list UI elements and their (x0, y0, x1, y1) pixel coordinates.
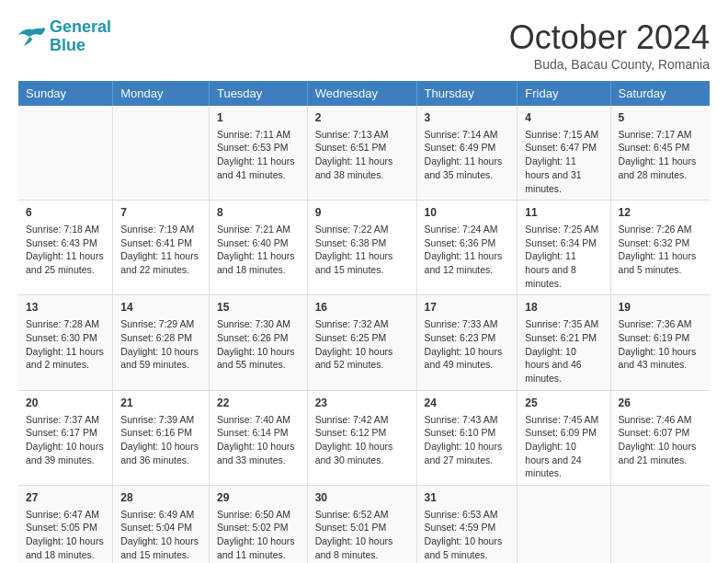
calendar-cell: 6Sunrise: 7:18 AMSunset: 6:43 PMDaylight… (18, 201, 113, 295)
day-number: 4 (525, 110, 602, 126)
calendar-cell: 10Sunrise: 7:24 AMSunset: 6:36 PMDayligh… (416, 201, 518, 295)
day-info: Sunrise: 7:33 AMSunset: 6:23 PMDaylight:… (425, 317, 510, 372)
calendar-cell: 23Sunrise: 7:42 AMSunset: 6:12 PMDayligh… (307, 390, 416, 485)
calendar-week-1: 1Sunrise: 7:11 AMSunset: 6:53 PMDaylight… (18, 106, 710, 201)
header-monday: Monday (113, 81, 210, 106)
calendar-cell: 21Sunrise: 7:39 AMSunset: 6:16 PMDayligh… (113, 390, 210, 485)
calendar-cell: 9Sunrise: 7:22 AMSunset: 6:38 PMDaylight… (307, 201, 416, 295)
day-number: 30 (315, 490, 409, 506)
day-info: Sunrise: 7:11 AMSunset: 6:53 PMDaylight:… (217, 128, 300, 182)
day-info: Sunrise: 6:49 AMSunset: 5:04 PMDaylight:… (120, 508, 201, 562)
day-number: 18 (525, 300, 602, 316)
day-info: Sunrise: 7:46 AMSunset: 6:07 PMDaylight:… (619, 413, 702, 467)
day-info: Sunrise: 7:32 AMSunset: 6:25 PMDaylight:… (315, 317, 409, 372)
day-number: 19 (619, 300, 702, 316)
calendar-cell: 27Sunrise: 6:47 AMSunset: 5:05 PMDayligh… (18, 485, 113, 563)
day-info: Sunrise: 7:42 AMSunset: 6:12 PMDaylight:… (315, 413, 409, 467)
logo-text: General Blue (50, 18, 111, 55)
day-info: Sunrise: 7:14 AMSunset: 6:49 PMDaylight:… (425, 128, 510, 182)
day-info: Sunrise: 7:29 AMSunset: 6:28 PMDaylight:… (120, 317, 201, 372)
day-number: 8 (217, 205, 300, 221)
day-number: 23 (315, 396, 409, 411)
calendar-cell: 24Sunrise: 7:43 AMSunset: 6:10 PMDayligh… (416, 390, 518, 485)
calendar-cell: 11Sunrise: 7:25 AMSunset: 6:34 PMDayligh… (518, 201, 610, 295)
day-info: Sunrise: 7:22 AMSunset: 6:38 PMDaylight:… (315, 223, 409, 277)
day-info: Sunrise: 7:45 AMSunset: 6:09 PMDaylight:… (525, 413, 602, 480)
day-info: Sunrise: 7:26 AMSunset: 6:32 PMDaylight:… (619, 223, 702, 277)
calendar-cell: 5Sunrise: 7:17 AMSunset: 6:45 PMDaylight… (610, 106, 710, 201)
calendar-cell: 1Sunrise: 7:11 AMSunset: 6:53 PMDaylight… (209, 106, 307, 201)
day-number: 9 (315, 205, 409, 221)
day-info: Sunrise: 7:40 AMSunset: 6:14 PMDaylight:… (217, 413, 300, 467)
calendar-cell: 29Sunrise: 6:50 AMSunset: 5:02 PMDayligh… (209, 485, 307, 563)
day-number: 16 (315, 300, 409, 316)
day-number: 22 (217, 396, 300, 411)
month-title: October 2024 (509, 18, 710, 57)
logo-icon (18, 26, 46, 48)
day-info: Sunrise: 6:47 AMSunset: 5:05 PMDaylight:… (26, 508, 105, 562)
day-number: 6 (26, 205, 105, 221)
day-number: 11 (525, 205, 602, 221)
calendar-cell: 12Sunrise: 7:26 AMSunset: 6:32 PMDayligh… (610, 201, 710, 295)
page-header: General Blue October 2024 Buda, Bacau Co… (18, 18, 710, 72)
day-number: 17 (425, 300, 510, 316)
day-number: 7 (120, 205, 201, 221)
day-number: 31 (425, 490, 510, 506)
calendar-cell (113, 106, 210, 201)
calendar-cell: 30Sunrise: 6:52 AMSunset: 5:01 PMDayligh… (307, 485, 416, 563)
day-info: Sunrise: 7:37 AMSunset: 6:17 PMDaylight:… (26, 413, 105, 467)
calendar-table: SundayMondayTuesdayWednesdayThursdayFrid… (18, 81, 710, 563)
calendar-cell (18, 106, 113, 201)
day-number: 15 (217, 300, 300, 316)
calendar-cell: 15Sunrise: 7:30 AMSunset: 6:26 PMDayligh… (209, 295, 307, 390)
calendar-week-3: 13Sunrise: 7:28 AMSunset: 6:30 PMDayligh… (18, 295, 710, 390)
calendar-cell: 8Sunrise: 7:21 AMSunset: 6:40 PMDaylight… (209, 201, 307, 295)
calendar-header-row: SundayMondayTuesdayWednesdayThursdayFrid… (18, 81, 710, 106)
day-number: 20 (26, 396, 105, 411)
day-number: 2 (315, 110, 409, 126)
day-info: Sunrise: 7:24 AMSunset: 6:36 PMDaylight:… (425, 223, 510, 277)
day-number: 29 (217, 490, 300, 506)
day-number: 26 (619, 396, 702, 411)
title-section: October 2024 Buda, Bacau County, Romania (509, 18, 710, 72)
header-thursday: Thursday (416, 81, 518, 106)
calendar-cell: 7Sunrise: 7:19 AMSunset: 6:41 PMDaylight… (113, 201, 210, 295)
header-sunday: Sunday (18, 81, 113, 106)
day-number: 27 (26, 490, 105, 506)
day-number: 3 (425, 110, 510, 126)
day-number: 12 (619, 205, 702, 221)
calendar-cell: 22Sunrise: 7:40 AMSunset: 6:14 PMDayligh… (209, 390, 307, 485)
calendar-cell: 13Sunrise: 7:28 AMSunset: 6:30 PMDayligh… (18, 295, 113, 390)
calendar-cell: 2Sunrise: 7:13 AMSunset: 6:51 PMDaylight… (307, 106, 416, 201)
day-number: 28 (120, 490, 201, 506)
day-info: Sunrise: 7:13 AMSunset: 6:51 PMDaylight:… (315, 128, 409, 182)
calendar-cell: 16Sunrise: 7:32 AMSunset: 6:25 PMDayligh… (307, 295, 416, 390)
calendar-cell: 17Sunrise: 7:33 AMSunset: 6:23 PMDayligh… (416, 295, 518, 390)
calendar-cell: 3Sunrise: 7:14 AMSunset: 6:49 PMDaylight… (416, 106, 518, 201)
day-info: Sunrise: 7:15 AMSunset: 6:47 PMDaylight:… (525, 128, 602, 195)
calendar-cell: 18Sunrise: 7:35 AMSunset: 6:21 PMDayligh… (518, 295, 610, 390)
day-info: Sunrise: 7:25 AMSunset: 6:34 PMDaylight:… (525, 223, 602, 290)
day-info: Sunrise: 7:35 AMSunset: 6:21 PMDaylight:… (525, 317, 602, 385)
day-info: Sunrise: 7:17 AMSunset: 6:45 PMDaylight:… (619, 128, 702, 182)
day-info: Sunrise: 6:53 AMSunset: 4:59 PMDaylight:… (425, 508, 510, 562)
day-info: Sunrise: 7:30 AMSunset: 6:26 PMDaylight:… (217, 317, 300, 372)
day-number: 5 (619, 110, 702, 126)
header-saturday: Saturday (610, 81, 710, 106)
day-info: Sunrise: 6:50 AMSunset: 5:02 PMDaylight:… (217, 508, 300, 562)
header-wednesday: Wednesday (307, 81, 416, 106)
calendar-week-5: 27Sunrise: 6:47 AMSunset: 5:05 PMDayligh… (18, 485, 710, 563)
day-number: 24 (425, 396, 510, 411)
day-info: Sunrise: 7:39 AMSunset: 6:16 PMDaylight:… (120, 413, 201, 467)
day-info: Sunrise: 6:52 AMSunset: 5:01 PMDaylight:… (315, 508, 409, 562)
day-number: 13 (26, 300, 105, 316)
header-tuesday: Tuesday (209, 81, 307, 106)
day-number: 21 (120, 396, 201, 411)
day-info: Sunrise: 7:19 AMSunset: 6:41 PMDaylight:… (120, 223, 201, 277)
day-number: 1 (217, 110, 300, 126)
day-info: Sunrise: 7:36 AMSunset: 6:19 PMDaylight:… (619, 317, 702, 372)
calendar-cell: 14Sunrise: 7:29 AMSunset: 6:28 PMDayligh… (113, 295, 210, 390)
calendar-cell: 31Sunrise: 6:53 AMSunset: 4:59 PMDayligh… (416, 485, 518, 563)
calendar-cell: 19Sunrise: 7:36 AMSunset: 6:19 PMDayligh… (610, 295, 710, 390)
calendar-week-2: 6Sunrise: 7:18 AMSunset: 6:43 PMDaylight… (18, 201, 710, 295)
